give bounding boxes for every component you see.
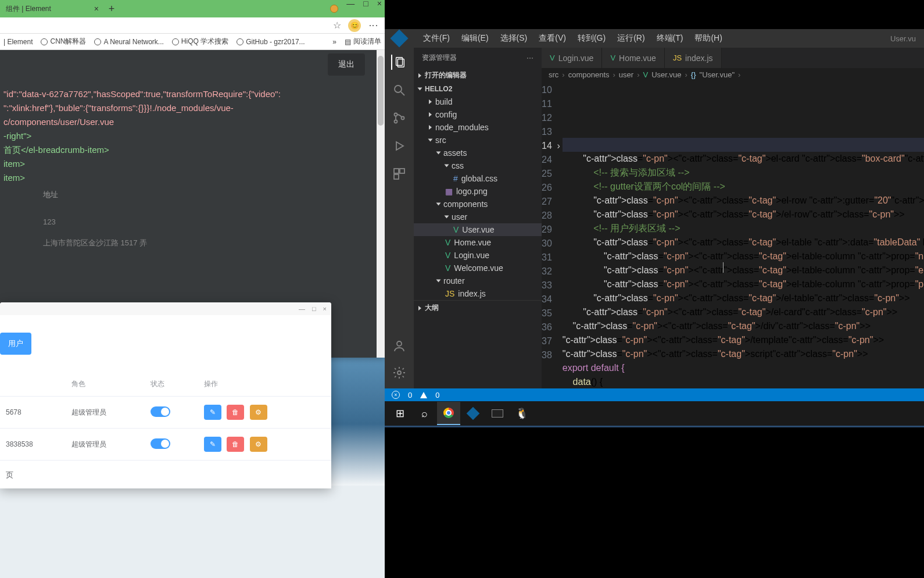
- close-icon[interactable]: ×: [323, 305, 327, 312]
- edit-button[interactable]: ✎: [204, 405, 221, 420]
- new-tab-button[interactable]: +: [105, 3, 119, 15]
- accounts-icon[interactable]: [392, 338, 407, 354]
- open-editors-section[interactable]: 打开的编辑器: [414, 68, 542, 83]
- sidebar-more-icon[interactable]: ⋯: [527, 54, 533, 62]
- menu-terminal[interactable]: 终端(T): [657, 33, 683, 44]
- cell-role: 超级管理员: [66, 429, 145, 461]
- search-icon[interactable]: [392, 83, 407, 98]
- delete-button[interactable]: 🗑: [227, 405, 244, 420]
- start-button[interactable]: ⊞: [388, 402, 411, 425]
- profile-avatar-icon[interactable]: 😊: [348, 19, 361, 32]
- minimize-icon[interactable]: —: [346, 0, 354, 8]
- code-lines[interactable]: <!-- 卡片视图 --> "c-attr">class="c-pn"><"c-…: [563, 82, 924, 388]
- editor-breadcrumb[interactable]: src› components› user› VUser.vue› {}"Use…: [542, 68, 924, 82]
- tree-folder[interactable]: components: [414, 198, 542, 210]
- outline-section[interactable]: 大纲: [414, 300, 542, 315]
- maximize-icon[interactable]: □: [363, 0, 368, 8]
- minimize-icon[interactable]: —: [299, 305, 305, 312]
- tab-media-icon[interactable]: [330, 5, 338, 13]
- taskbar-terminal-icon[interactable]: [486, 402, 509, 425]
- settings-button[interactable]: ⚙: [250, 437, 267, 452]
- tree-file[interactable]: JSindex.js: [414, 287, 542, 300]
- settings-button[interactable]: ⚙: [250, 405, 267, 420]
- file-tree: build config node_modules src assets css…: [414, 95, 542, 300]
- tree-folder[interactable]: config: [414, 108, 542, 121]
- browser-tab[interactable]: 组件 | Element ×: [0, 1, 105, 16]
- menu-file[interactable]: 文件(F): [423, 33, 450, 44]
- page-scrollbar[interactable]: [377, 50, 385, 358]
- vscode-menubar: 文件(F) 编辑(E) 选择(S) 查看(V) 转到(G) 运行(R) 终端(T…: [385, 29, 924, 48]
- bookmark-item[interactable]: HiQQ 学术搜索: [172, 37, 228, 47]
- bookmark-star-icon[interactable]: ☆: [333, 20, 341, 31]
- edit-button[interactable]: ✎: [204, 437, 221, 452]
- tree-folder[interactable]: router: [414, 274, 542, 287]
- bookmarks-overflow[interactable]: »: [332, 38, 336, 46]
- menu-go[interactable]: 转到(G): [578, 33, 606, 44]
- code-editor[interactable]: 1011121314242526272829303132333435363738…: [542, 82, 924, 388]
- chrome-menu-icon[interactable]: ⋮: [368, 21, 379, 30]
- tree-file[interactable]: VLogin.vue: [414, 249, 542, 262]
- tree-file[interactable]: VWelcome.vue: [414, 262, 542, 274]
- menu-edit[interactable]: 编辑(E): [461, 33, 489, 44]
- tree-folder[interactable]: node_modules: [414, 121, 542, 134]
- editor-area: VLogin.vue VHome.vue JSindex.js src› com…: [542, 48, 924, 388]
- menu-selection[interactable]: 选择(S): [500, 33, 528, 44]
- menu-run[interactable]: 运行(R): [617, 33, 644, 44]
- editor-tab[interactable]: JSindex.js: [665, 48, 722, 68]
- line-number-gutter: 1011121314242526272829303132333435363738: [542, 82, 563, 388]
- tree-folder[interactable]: assets: [414, 147, 542, 159]
- taskbar-app-icon[interactable]: 🐧: [510, 402, 533, 425]
- users-table: 角色 状态 操作 5678 超级管理员 ✎ 🗑 ⚙ 3838538: [0, 372, 331, 461]
- taskbar-chrome-icon[interactable]: [437, 402, 460, 425]
- tree-folder[interactable]: css: [414, 159, 542, 172]
- menu-help[interactable]: 帮助(H): [694, 33, 722, 44]
- tree-folder[interactable]: src: [414, 134, 542, 147]
- maximize-icon[interactable]: □: [312, 305, 316, 312]
- extensions-icon[interactable]: [392, 166, 407, 181]
- scrollbar-thumb[interactable]: [378, 56, 384, 126]
- run-debug-icon[interactable]: [392, 138, 407, 154]
- errors-icon[interactable]: ×: [392, 391, 400, 399]
- tree-file[interactable]: VHome.vue: [414, 236, 542, 249]
- tree-folder[interactable]: build: [414, 95, 542, 108]
- editor-tab[interactable]: VLogin.vue: [542, 48, 602, 68]
- tree-file[interactable]: #global.css: [414, 172, 542, 185]
- tab-close-icon[interactable]: ×: [94, 4, 99, 13]
- warnings-count[interactable]: 0: [435, 391, 439, 399]
- errors-count[interactable]: 0: [408, 391, 412, 399]
- state-switch[interactable]: [151, 406, 170, 417]
- svg-point-2: [395, 85, 402, 92]
- table-cell: 上海市普陀区金沙江路 1517 弄: [8, 232, 373, 254]
- logout-button[interactable]: 退出: [328, 53, 365, 76]
- status-bar: ×0 0: [385, 388, 924, 401]
- menu-view[interactable]: 查看(V): [539, 33, 566, 44]
- svg-point-6: [402, 117, 404, 120]
- bookmark-item[interactable]: CNN解释器: [41, 37, 86, 47]
- state-switch[interactable]: [151, 438, 170, 449]
- delete-button[interactable]: 🗑: [227, 437, 244, 452]
- taskbar-search-icon[interactable]: ⌕: [413, 402, 436, 425]
- bookmark-item[interactable]: | Element: [3, 38, 33, 46]
- bookmark-item[interactable]: A Neural Network...: [94, 38, 163, 46]
- taskbar-vscode-icon[interactable]: [461, 402, 485, 425]
- project-section[interactable]: HELLO2: [414, 83, 542, 95]
- text-cursor: [723, 262, 724, 273]
- vscode-logo-icon: [390, 29, 408, 47]
- tree-folder[interactable]: user: [414, 210, 542, 223]
- warnings-icon[interactable]: [420, 392, 427, 398]
- explorer-icon[interactable]: [391, 55, 406, 70]
- add-user-button[interactable]: 用户: [0, 333, 31, 355]
- close-icon[interactable]: ×: [377, 0, 382, 8]
- sidebar-header: 资源管理器 ⋯: [414, 48, 542, 68]
- settings-gear-icon[interactable]: [392, 365, 407, 380]
- pagination-text: 页: [0, 461, 331, 488]
- tree-file[interactable]: ▦logo.png: [414, 185, 542, 198]
- svg-rect-10: [394, 174, 399, 179]
- tree-file-selected[interactable]: VUser.vue: [414, 223, 542, 236]
- reading-list-button[interactable]: ▤ 阅读清单: [345, 37, 381, 47]
- bookmark-item[interactable]: GitHub - gzr2017...: [237, 38, 305, 46]
- source-control-icon[interactable]: [392, 110, 407, 126]
- editor-tab[interactable]: VHome.vue: [602, 48, 664, 68]
- column-header: 角色: [66, 372, 145, 397]
- column-header: 地址: [43, 190, 58, 200]
